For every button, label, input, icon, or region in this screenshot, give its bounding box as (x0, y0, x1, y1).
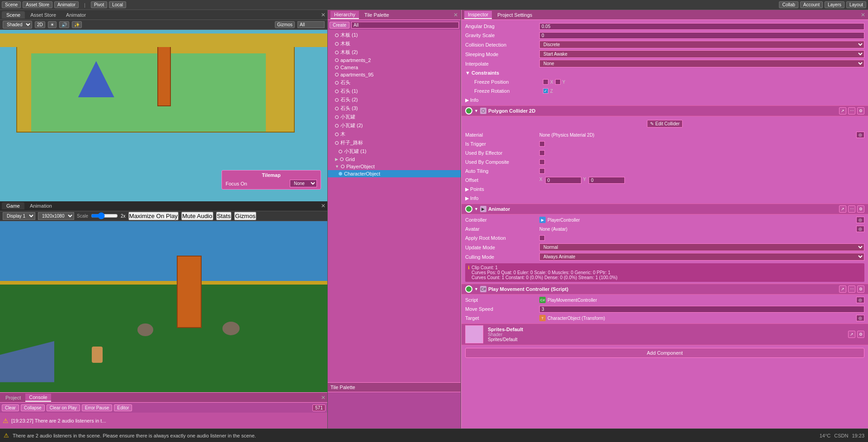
gravity-scale-input[interactable] (539, 32, 864, 39)
h-item-gangzi[interactable]: 杆子_路标 (328, 138, 461, 147)
rigidbody-info-label[interactable]: ▶ Info (465, 97, 538, 103)
h-item-muba1[interactable]: 木板 (1) (328, 31, 461, 39)
collider-info-label[interactable]: ▶ Info (465, 195, 538, 201)
hierarchy-close[interactable]: ✕ (453, 12, 458, 18)
stats-btn[interactable]: Stats (216, 212, 231, 220)
offset-x-input[interactable] (545, 177, 581, 184)
h-item-muba2[interactable]: 木板 (2) (328, 48, 461, 57)
freeze-x-checkbox[interactable] (543, 79, 548, 85)
polygon-collider-section[interactable]: ▼ ⬡ Polygon Collider 2D ↗ ⋯ ⚙ (462, 105, 868, 116)
sleeping-mode-select[interactable]: Start Awake (539, 50, 864, 58)
collision-detection-select[interactable]: Discrete (539, 41, 864, 48)
script-select-btn[interactable]: ◎ (856, 297, 864, 303)
gizmos-game-btn[interactable]: Gizmos (234, 212, 256, 220)
animator-overflow-btn[interactable]: ⋯ (848, 205, 855, 213)
used-by-effector-cb[interactable] (539, 150, 545, 156)
h-item-charobj[interactable]: CharacterObject (328, 170, 461, 177)
controller-select-btn[interactable]: ◎ (856, 217, 864, 223)
tab-hierarchy[interactable]: Hierarchy (330, 11, 359, 19)
gizmos-btn[interactable]: Gizmos (275, 21, 295, 28)
layers-btn[interactable]: Layers (825, 1, 844, 8)
h-item-shitou[interactable]: 石头 (328, 78, 461, 87)
tab-inspector[interactable]: Inspector (464, 11, 492, 19)
h-item-playerobject[interactable]: ▼ PlayerObject (328, 163, 461, 170)
movement-ref-btn[interactable]: ↗ (839, 285, 846, 293)
h-item-mu[interactable]: 木 (328, 130, 461, 138)
animator-section[interactable]: ▼ ▶ Animator ↗ ⋯ ⚙ (462, 204, 868, 214)
shaded-select[interactable]: Shaded (3, 21, 32, 29)
move-speed-input[interactable] (539, 306, 864, 313)
animator-toggle[interactable] (465, 205, 472, 213)
collider-toggle[interactable] (465, 107, 472, 114)
console-close[interactable]: ✕ (321, 394, 326, 401)
tab-asset-store[interactable]: Asset Store (26, 11, 61, 19)
scene-panel-close[interactable]: ✕ (321, 12, 326, 18)
game-panel-close[interactable]: ✕ (321, 203, 326, 209)
material-select-btn[interactable]: ◎ (856, 132, 864, 138)
animator-settings-btn[interactable]: ⚙ (857, 205, 864, 213)
create-btn[interactable]: Create (330, 22, 349, 29)
inspector-close[interactable]: ✕ (861, 12, 865, 18)
freeze-z-checkbox[interactable]: ✓ (543, 88, 548, 94)
scale-slider[interactable] (91, 212, 118, 219)
maximize-btn[interactable]: Maximize On Play (128, 212, 179, 220)
asset-store-btn[interactable]: Asset Store (23, 1, 52, 8)
edit-collider-btn[interactable]: ✎ Edit Collider (647, 120, 683, 128)
resolution-select[interactable]: 1920x1080 (38, 212, 74, 220)
animator-ref-btn[interactable]: ↗ (839, 205, 846, 213)
display-select[interactable]: Display 1 (3, 212, 35, 220)
scene-btn[interactable]: Scene (2, 1, 21, 8)
scene-search[interactable] (297, 21, 325, 28)
points-label[interactable]: ▶ Points (465, 186, 538, 192)
tab-console[interactable]: Console (25, 394, 51, 402)
h-item-grid[interactable]: ▶ Grid (328, 156, 461, 163)
tab-tile-palette[interactable]: Tile Palette (361, 11, 393, 19)
tab-animator[interactable]: Animator (61, 11, 90, 19)
focus-select[interactable]: None (290, 180, 317, 187)
audio-btn[interactable]: 🔊 (59, 21, 69, 28)
tab-game[interactable]: Game (2, 202, 24, 209)
h-item-shitou2[interactable]: 石头 (2) (328, 95, 461, 104)
error-pause-btn[interactable]: Error Pause (82, 404, 112, 411)
collider-settings-btn[interactable]: ⚙ (857, 107, 864, 114)
sprites-section[interactable]: Sprites-Default Shader Sprites/Default ↗… (462, 323, 868, 345)
2d-btn[interactable]: 2D (35, 21, 45, 28)
is-trigger-cb[interactable] (539, 141, 545, 147)
collider-overflow-btn[interactable]: ⋯ (848, 107, 855, 114)
freeze-y-checkbox[interactable] (555, 79, 561, 85)
tab-scene[interactable]: Scene (2, 11, 25, 19)
constraints-label[interactable]: ▼ Constraints (465, 70, 538, 76)
editor-btn[interactable]: Editor (114, 404, 132, 411)
movement-settings-btn[interactable]: ⚙ (857, 285, 864, 293)
tab-project-settings[interactable]: Project Settings (494, 11, 536, 19)
animator-btn[interactable]: Animator (54, 1, 79, 8)
h-item-muba[interactable]: 木板 (328, 39, 461, 48)
hierarchy-search[interactable] (351, 22, 459, 29)
collider-ref-btn[interactable]: ↗ (839, 107, 846, 114)
play-movement-section[interactable]: ▼ C# Play Movement Controller (Script) ↗… (462, 284, 868, 295)
clear-play-btn[interactable]: Clear on Play (47, 404, 80, 411)
interpolate-select[interactable]: None (539, 60, 864, 67)
lights-btn[interactable]: ☀ (48, 21, 57, 28)
avatar-select-btn[interactable]: ◎ (856, 226, 864, 232)
offset-y-input[interactable] (589, 177, 625, 184)
used-by-composite-cb[interactable] (539, 159, 545, 165)
account-btn[interactable]: Account (800, 1, 823, 8)
h-item-apartments95[interactable]: apartments_95 (328, 71, 461, 78)
update-mode-select[interactable]: Normal (539, 243, 864, 251)
sprites-settings-btn[interactable]: ⚙ (857, 331, 864, 338)
h-item-xwg1[interactable]: 小瓦罐 (1) (328, 147, 461, 156)
local-btn[interactable]: Local (109, 1, 126, 8)
tab-project[interactable]: Project (2, 394, 24, 401)
add-component-btn[interactable]: Add Component (465, 348, 864, 358)
clear-btn[interactable]: Clear (2, 404, 19, 411)
angular-drag-input[interactable] (539, 23, 864, 30)
h-item-apartments2[interactable]: apartments_2 (328, 57, 461, 64)
culling-mode-select[interactable]: Always Animate (539, 253, 864, 261)
collab-btn[interactable]: Collab (779, 1, 798, 8)
effects-btn[interactable]: ✨ (72, 21, 82, 28)
pivot-btn[interactable]: Pivot (91, 1, 107, 8)
mute-btn[interactable]: Mute Audio (181, 212, 213, 220)
movement-toggle[interactable] (465, 285, 472, 293)
target-select-btn[interactable]: ◎ (856, 315, 864, 321)
